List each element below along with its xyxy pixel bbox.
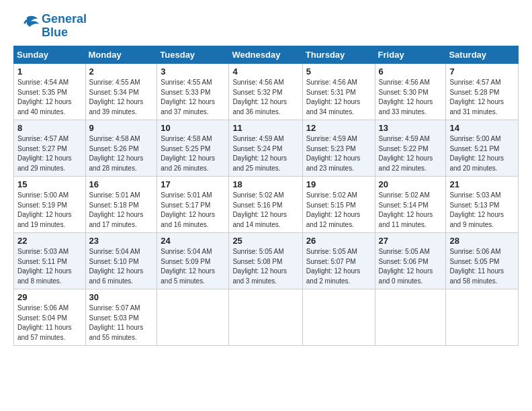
day-number: 25 bbox=[232, 236, 298, 246]
day-info: Sunrise: 4:58 AM Sunset: 5:26 PM Dayligh… bbox=[89, 134, 154, 173]
day-header-sunday: Sunday bbox=[14, 46, 86, 64]
table-row: 30 Sunrise: 5:07 AM Sunset: 5:03 PM Dayl… bbox=[85, 289, 157, 346]
table-row: 3 Sunrise: 4:55 AM Sunset: 5:33 PM Dayli… bbox=[157, 64, 229, 120]
table-row: 1 Sunrise: 4:54 AM Sunset: 5:35 PM Dayli… bbox=[14, 64, 86, 120]
day-number: 27 bbox=[379, 236, 443, 246]
table-row: 27 Sunrise: 5:05 AM Sunset: 5:06 PM Dayl… bbox=[375, 233, 446, 289]
calendar-week-row: 29 Sunrise: 5:06 AM Sunset: 5:04 PM Dayl… bbox=[14, 289, 519, 346]
table-row: 8 Sunrise: 4:57 AM Sunset: 5:27 PM Dayli… bbox=[14, 120, 86, 177]
table-row: 13 Sunrise: 4:59 AM Sunset: 5:22 PM Dayl… bbox=[375, 120, 446, 177]
table-row: 20 Sunrise: 5:02 AM Sunset: 5:14 PM Dayl… bbox=[375, 177, 446, 233]
day-info: Sunrise: 4:59 AM Sunset: 5:22 PM Dayligh… bbox=[379, 134, 443, 173]
table-row: 15 Sunrise: 5:00 AM Sunset: 5:19 PM Dayl… bbox=[14, 177, 86, 233]
day-number: 19 bbox=[306, 179, 371, 189]
day-info: Sunrise: 5:05 AM Sunset: 5:07 PM Dayligh… bbox=[306, 247, 371, 286]
day-info: Sunrise: 5:00 AM Sunset: 5:21 PM Dayligh… bbox=[449, 134, 515, 173]
day-number: 11 bbox=[232, 123, 298, 133]
table-row bbox=[157, 289, 229, 346]
calendar-week-row: 8 Sunrise: 4:57 AM Sunset: 5:27 PM Dayli… bbox=[14, 120, 519, 177]
day-header-tuesday: Tuesday bbox=[157, 46, 229, 64]
day-number: 1 bbox=[17, 66, 82, 77]
day-info: Sunrise: 4:55 AM Sunset: 5:34 PM Dayligh… bbox=[89, 78, 154, 117]
table-row: 16 Sunrise: 5:01 AM Sunset: 5:18 PM Dayl… bbox=[85, 177, 157, 233]
day-number: 20 bbox=[379, 179, 443, 189]
day-number: 21 bbox=[449, 179, 515, 189]
day-info: Sunrise: 5:04 AM Sunset: 5:10 PM Dayligh… bbox=[89, 247, 154, 286]
day-info: Sunrise: 5:05 AM Sunset: 5:06 PM Dayligh… bbox=[379, 247, 443, 286]
day-info: Sunrise: 5:07 AM Sunset: 5:03 PM Dayligh… bbox=[89, 304, 154, 342]
table-row: 10 Sunrise: 4:58 AM Sunset: 5:25 PM Dayl… bbox=[157, 120, 229, 177]
day-number: 18 bbox=[232, 179, 298, 189]
day-number: 14 bbox=[449, 123, 515, 133]
day-number: 29 bbox=[17, 292, 82, 302]
day-number: 6 bbox=[379, 66, 443, 77]
table-row: 23 Sunrise: 5:04 AM Sunset: 5:10 PM Dayl… bbox=[85, 233, 157, 289]
table-row bbox=[302, 289, 375, 346]
day-info: Sunrise: 4:56 AM Sunset: 5:31 PM Dayligh… bbox=[306, 78, 371, 117]
day-number: 12 bbox=[306, 123, 371, 133]
day-number: 17 bbox=[161, 179, 225, 189]
calendar: SundayMondayTuesdayWednesdayThursdayFrid… bbox=[13, 46, 519, 346]
table-row: 5 Sunrise: 4:56 AM Sunset: 5:31 PM Dayli… bbox=[302, 64, 375, 120]
table-row: 22 Sunrise: 5:03 AM Sunset: 5:11 PM Dayl… bbox=[14, 233, 86, 289]
logo-icon bbox=[13, 12, 39, 38]
day-number: 13 bbox=[379, 123, 443, 133]
day-number: 4 bbox=[232, 66, 298, 77]
table-row: 11 Sunrise: 4:59 AM Sunset: 5:24 PM Dayl… bbox=[229, 120, 302, 177]
logo-text: General Blue bbox=[42, 13, 87, 40]
day-number: 3 bbox=[161, 66, 225, 77]
table-row: 7 Sunrise: 4:57 AM Sunset: 5:28 PM Dayli… bbox=[446, 64, 519, 120]
day-info: Sunrise: 5:00 AM Sunset: 5:19 PM Dayligh… bbox=[17, 191, 82, 230]
day-number: 7 bbox=[449, 66, 515, 77]
table-row: 19 Sunrise: 5:02 AM Sunset: 5:15 PM Dayl… bbox=[302, 177, 375, 233]
day-number: 16 bbox=[89, 179, 154, 189]
calendar-week-row: 1 Sunrise: 4:54 AM Sunset: 5:35 PM Dayli… bbox=[14, 64, 519, 120]
day-number: 26 bbox=[306, 236, 371, 246]
table-row bbox=[375, 289, 446, 346]
day-info: Sunrise: 4:56 AM Sunset: 5:32 PM Dayligh… bbox=[232, 78, 298, 117]
svg-rect-0 bbox=[13, 12, 39, 38]
table-row: 24 Sunrise: 5:04 AM Sunset: 5:09 PM Dayl… bbox=[157, 233, 229, 289]
day-info: Sunrise: 5:05 AM Sunset: 5:08 PM Dayligh… bbox=[232, 247, 298, 286]
table-row: 29 Sunrise: 5:06 AM Sunset: 5:04 PM Dayl… bbox=[14, 289, 86, 346]
day-info: Sunrise: 4:59 AM Sunset: 5:23 PM Dayligh… bbox=[306, 134, 371, 173]
day-number: 10 bbox=[161, 123, 225, 133]
day-number: 8 bbox=[17, 123, 82, 133]
table-row bbox=[229, 289, 302, 346]
table-row: 21 Sunrise: 5:03 AM Sunset: 5:13 PM Dayl… bbox=[446, 177, 519, 233]
day-info: Sunrise: 5:06 AM Sunset: 5:05 PM Dayligh… bbox=[449, 247, 515, 286]
table-row: 26 Sunrise: 5:05 AM Sunset: 5:07 PM Dayl… bbox=[302, 233, 375, 289]
day-info: Sunrise: 5:02 AM Sunset: 5:14 PM Dayligh… bbox=[379, 191, 443, 230]
day-number: 22 bbox=[17, 236, 82, 246]
day-info: Sunrise: 4:54 AM Sunset: 5:35 PM Dayligh… bbox=[17, 78, 82, 117]
table-row: 2 Sunrise: 4:55 AM Sunset: 5:34 PM Dayli… bbox=[85, 64, 157, 120]
day-info: Sunrise: 4:57 AM Sunset: 5:27 PM Dayligh… bbox=[17, 134, 82, 173]
table-row: 18 Sunrise: 5:02 AM Sunset: 5:16 PM Dayl… bbox=[229, 177, 302, 233]
day-info: Sunrise: 4:55 AM Sunset: 5:33 PM Dayligh… bbox=[161, 78, 225, 117]
day-header-saturday: Saturday bbox=[446, 46, 519, 64]
day-number: 2 bbox=[89, 66, 154, 77]
day-header-thursday: Thursday bbox=[302, 46, 375, 64]
calendar-week-row: 22 Sunrise: 5:03 AM Sunset: 5:11 PM Dayl… bbox=[14, 233, 519, 289]
table-row: 12 Sunrise: 4:59 AM Sunset: 5:23 PM Dayl… bbox=[302, 120, 375, 177]
day-info: Sunrise: 4:58 AM Sunset: 5:25 PM Dayligh… bbox=[161, 134, 225, 173]
day-info: Sunrise: 5:03 AM Sunset: 5:11 PM Dayligh… bbox=[17, 247, 82, 286]
day-info: Sunrise: 5:01 AM Sunset: 5:18 PM Dayligh… bbox=[89, 191, 154, 230]
day-info: Sunrise: 5:02 AM Sunset: 5:16 PM Dayligh… bbox=[232, 191, 298, 230]
table-row: 14 Sunrise: 5:00 AM Sunset: 5:21 PM Dayl… bbox=[446, 120, 519, 177]
day-number: 23 bbox=[89, 236, 154, 246]
day-number: 28 bbox=[449, 236, 515, 246]
day-info: Sunrise: 5:04 AM Sunset: 5:09 PM Dayligh… bbox=[161, 247, 225, 286]
table-row bbox=[446, 289, 519, 346]
day-header-monday: Monday bbox=[85, 46, 157, 64]
table-row: 6 Sunrise: 4:56 AM Sunset: 5:30 PM Dayli… bbox=[375, 64, 446, 120]
day-header-wednesday: Wednesday bbox=[229, 46, 302, 64]
day-number: 5 bbox=[306, 66, 371, 77]
day-number: 24 bbox=[161, 236, 225, 246]
day-info: Sunrise: 4:57 AM Sunset: 5:28 PM Dayligh… bbox=[449, 78, 515, 117]
day-info: Sunrise: 5:03 AM Sunset: 5:13 PM Dayligh… bbox=[449, 191, 515, 230]
calendar-week-row: 15 Sunrise: 5:00 AM Sunset: 5:19 PM Dayl… bbox=[14, 177, 519, 233]
day-header-friday: Friday bbox=[375, 46, 446, 64]
day-info: Sunrise: 5:02 AM Sunset: 5:15 PM Dayligh… bbox=[306, 191, 371, 230]
day-number: 15 bbox=[17, 179, 82, 189]
